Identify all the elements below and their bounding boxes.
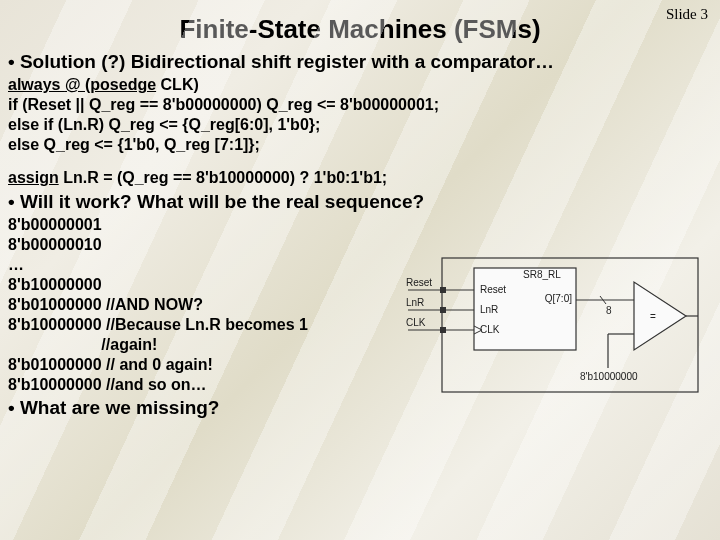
seq-2: 8'b00000010 bbox=[8, 235, 712, 255]
svg-text:8'b10000000: 8'b10000000 bbox=[580, 371, 638, 382]
svg-text:8: 8 bbox=[606, 305, 612, 316]
svg-text:LnR: LnR bbox=[406, 297, 424, 308]
svg-text:Reset: Reset bbox=[480, 284, 506, 295]
svg-text:=: = bbox=[650, 311, 656, 322]
code-line-3: else if (Ln.R) Q_reg <= {Q_reg[6:0], 1'b… bbox=[8, 115, 712, 135]
seq-1: 8'b00000001 bbox=[8, 215, 712, 235]
bullet-solution: • Solution (?) Bidirectional shift regis… bbox=[8, 51, 712, 73]
bullet-missing: • What are we missing? bbox=[8, 397, 712, 419]
bullet-willitwork: • Will it work? What will be the real se… bbox=[8, 191, 712, 213]
svg-text:CLK: CLK bbox=[406, 317, 426, 328]
svg-text:Q[7:0]: Q[7:0] bbox=[545, 293, 572, 304]
block-label: SR8_RL bbox=[523, 269, 561, 280]
svg-rect-11 bbox=[440, 327, 446, 333]
circuit-diagram: SR8_RL Reset Reset LnR LnR CLK CLK Q[7:0… bbox=[402, 256, 702, 396]
assign-line: assign Ln.R = (Q_reg == 8'b10000000) ? 1… bbox=[8, 169, 712, 187]
svg-rect-7 bbox=[440, 307, 446, 313]
svg-text:CLK: CLK bbox=[480, 324, 500, 335]
code-line-2: if (Reset || Q_reg == 8'b00000000) Q_reg… bbox=[8, 95, 712, 115]
svg-text:LnR: LnR bbox=[480, 304, 498, 315]
code-line-4: else Q_reg <= {1'b0, Q_reg [7:1]}; bbox=[8, 135, 712, 155]
code-line-1: always @ (posedge CLK) bbox=[8, 75, 712, 95]
svg-rect-3 bbox=[440, 287, 446, 293]
svg-text:Reset: Reset bbox=[406, 277, 432, 288]
verilog-code-block: always @ (posedge CLK) if (Reset || Q_re… bbox=[8, 75, 712, 155]
svg-marker-18 bbox=[634, 282, 686, 350]
page-title: Finite-State Machines (FSMs) bbox=[0, 0, 720, 49]
slide-number: Slide 3 bbox=[666, 6, 708, 23]
